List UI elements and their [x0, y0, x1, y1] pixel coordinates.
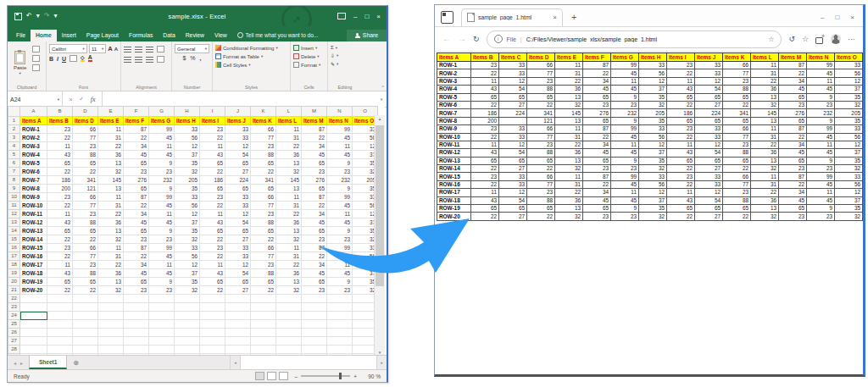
cell[interactable]: [124, 337, 149, 346]
underline-icon[interactable]: U: [62, 56, 66, 62]
hscroll-left-icon[interactable]: ◂: [230, 356, 240, 369]
cell[interactable]: [175, 346, 200, 354]
font-color-icon[interactable]: A: [88, 55, 92, 62]
cell[interactable]: 13: [276, 159, 302, 168]
excel-minimize-button[interactable]: –: [353, 13, 357, 20]
row-header-17[interactable]: 17: [8, 252, 20, 261]
cell[interactable]: 22: [276, 261, 302, 269]
cell[interactable]: [327, 329, 353, 337]
cell[interactable]: 45: [149, 252, 175, 261]
cell[interactable]: [276, 329, 302, 337]
ribbon-tab-page-layout[interactable]: Page Layout: [81, 30, 124, 41]
row-header-6[interactable]: 6: [8, 159, 20, 168]
cell[interactable]: [276, 295, 302, 303]
cell[interactable]: [149, 329, 175, 337]
cell[interactable]: 66: [73, 244, 98, 252]
cell[interactable]: 33: [225, 252, 251, 261]
insert-function-icon[interactable]: fx: [91, 96, 96, 103]
excel-maximize-button[interactable]: □: [364, 13, 369, 20]
font-name-select[interactable]: Calibri▾: [49, 44, 87, 53]
hscroll-right-icon[interactable]: ▸: [376, 356, 387, 369]
cell[interactable]: 9: [149, 185, 175, 193]
cell[interactable]: 11: [200, 142, 225, 151]
cell-label[interactable]: ROW-8: [20, 185, 47, 193]
sync-icon[interactable]: ↺: [788, 36, 795, 43]
number-format-select[interactable]: General▾: [175, 44, 209, 53]
normal-view-icon[interactable]: [255, 372, 264, 380]
sheet-tab-sheet1[interactable]: Sheet1: [29, 356, 67, 369]
cell-styles-button[interactable]: Cell Styles▾: [215, 62, 278, 68]
cell[interactable]: 13: [98, 159, 124, 168]
cell[interactable]: 37: [175, 218, 200, 227]
cell[interactable]: 65: [251, 227, 276, 235]
cell[interactable]: 33: [225, 202, 251, 210]
cell[interactable]: 32: [175, 286, 200, 295]
fill-button[interactable]: ⇩▾: [331, 53, 338, 58]
row-header-16[interactable]: 16: [8, 244, 20, 252]
collapse-ribbon-icon[interactable]: ^: [381, 85, 384, 90]
cell[interactable]: [200, 295, 225, 303]
font-size-select[interactable]: 11▾: [89, 44, 106, 53]
cell-label[interactable]: ROW-17: [20, 261, 47, 269]
cell-label[interactable]: ROW-15: [20, 244, 47, 252]
cell[interactable]: 23: [251, 210, 276, 218]
cell[interactable]: 65: [47, 278, 73, 286]
row-header-3[interactable]: 3: [8, 134, 20, 142]
cell[interactable]: [98, 346, 124, 354]
cell[interactable]: 77: [251, 252, 276, 261]
more-menu-icon[interactable]: ···: [848, 36, 855, 43]
horizontal-scrollbar-track[interactable]: [240, 356, 376, 369]
cell[interactable]: 87: [124, 193, 149, 202]
cell[interactable]: [175, 312, 200, 320]
cell[interactable]: 37: [175, 151, 200, 159]
cell[interactable]: 32: [175, 235, 200, 244]
cell[interactable]: [327, 320, 353, 329]
column-header-E[interactable]: E: [98, 107, 124, 117]
cell[interactable]: 65: [302, 159, 327, 168]
cell[interactable]: 35: [175, 159, 200, 168]
grow-font-icon[interactable]: A: [108, 45, 112, 53]
cell[interactable]: 36: [98, 269, 124, 278]
header-cell[interactable]: Items K: [251, 117, 276, 125]
column-header-K[interactable]: K: [251, 107, 276, 117]
header-cell[interactable]: Items A: [20, 117, 47, 125]
cell[interactable]: 145: [98, 176, 124, 185]
undo-dropdown-icon[interactable]: ▾: [36, 13, 40, 19]
copy-icon[interactable]: [32, 55, 40, 62]
row-header-2[interactable]: 2: [8, 125, 20, 134]
column-header-A[interactable]: A: [20, 107, 47, 117]
cell[interactable]: 66: [251, 125, 276, 134]
row-header-8[interactable]: 8: [8, 176, 20, 185]
header-cell[interactable]: Items D: [73, 117, 98, 125]
paste-button[interactable]: Paste ▾: [10, 44, 30, 81]
cell[interactable]: 23: [327, 286, 353, 295]
cell[interactable]: 23: [47, 193, 73, 202]
cell[interactable]: [124, 346, 149, 354]
cell[interactable]: 45: [149, 269, 175, 278]
header-cell[interactable]: Items E: [98, 117, 124, 125]
cell[interactable]: 33: [225, 193, 251, 202]
cell[interactable]: [149, 346, 175, 354]
cell[interactable]: 23: [47, 244, 73, 252]
cell[interactable]: 33: [225, 125, 251, 134]
cell[interactable]: 200: [47, 185, 73, 193]
cell[interactable]: 88: [73, 218, 98, 227]
cell[interactable]: 36: [276, 269, 302, 278]
cell-label[interactable]: ROW-14: [20, 235, 47, 244]
cell[interactable]: 43: [47, 269, 73, 278]
new-tab-icon[interactable]: +: [571, 12, 576, 22]
row-header-12[interactable]: 12: [8, 210, 20, 218]
cell[interactable]: [98, 320, 124, 329]
cell-label[interactable]: ROW-19: [20, 278, 47, 286]
row-header-21[interactable]: 21: [8, 286, 20, 295]
url-text[interactable]: C:/Files/Viewer/sample_xlsx/sample_page_…: [526, 36, 657, 42]
cell[interactable]: 23: [124, 168, 149, 176]
cell[interactable]: 54: [225, 151, 251, 159]
row-header-11[interactable]: 11: [8, 202, 20, 210]
formula-enter-icon[interactable]: ✓: [79, 96, 84, 102]
row-header-25[interactable]: 25: [8, 320, 20, 329]
cell[interactable]: [225, 312, 251, 320]
zoom-slider[interactable]: [301, 375, 350, 377]
cell[interactable]: 31: [98, 134, 124, 142]
cell[interactable]: 22: [47, 235, 73, 244]
